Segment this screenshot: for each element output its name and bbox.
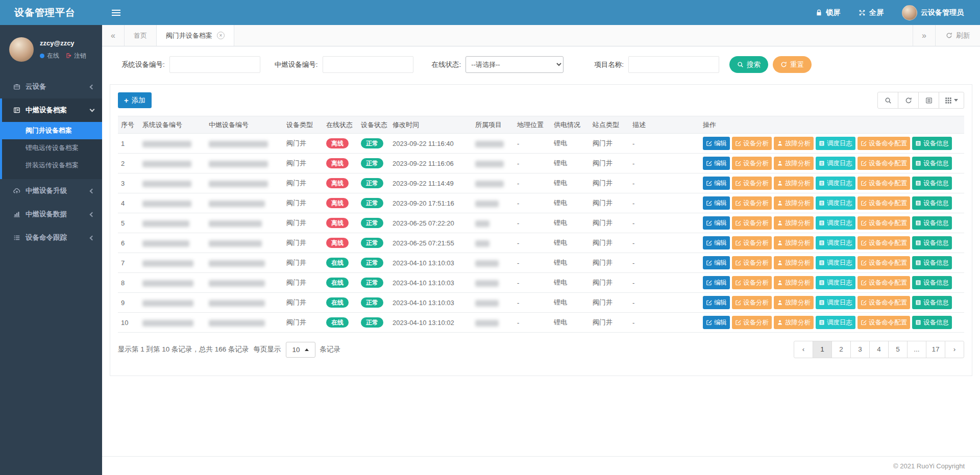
- action-3-button[interactable]: 调度日志: [816, 256, 855, 269]
- pager-page-3[interactable]: 3: [850, 341, 870, 358]
- sidebar-subitem-0[interactable]: 阀门井设备档案: [2, 122, 102, 139]
- table-search-button[interactable]: [877, 92, 898, 109]
- action-5-button[interactable]: 设备信息: [912, 216, 952, 230]
- action-4-button[interactable]: 设备命令配置: [857, 137, 910, 150]
- action-1-button[interactable]: 设备分析: [732, 236, 772, 249]
- online-status-select[interactable]: --请选择--: [465, 56, 564, 73]
- fullscreen-button[interactable]: 全屏: [859, 8, 884, 17]
- sidebar-item-3[interactable]: 中燃设备数据: [2, 203, 102, 226]
- action-1-button[interactable]: 设备分析: [732, 137, 772, 150]
- action-2-button[interactable]: 故障分析: [774, 137, 814, 150]
- search-button[interactable]: 搜索: [729, 56, 768, 73]
- action-0-button[interactable]: 编辑: [703, 236, 730, 249]
- pager-page-5[interactable]: 5: [888, 341, 908, 358]
- pager-page-...[interactable]: ...: [907, 341, 926, 358]
- refresh-tab-button[interactable]: 刷新: [935, 25, 980, 46]
- action-2-button[interactable]: 故障分析: [774, 296, 814, 309]
- table-refresh-button[interactable]: [898, 92, 919, 109]
- action-0-button[interactable]: 编辑: [703, 196, 730, 210]
- logout-button[interactable]: 注销: [66, 52, 86, 60]
- action-4-button[interactable]: 设备命令配置: [857, 236, 910, 249]
- action-3-button[interactable]: 调度日志: [816, 276, 855, 289]
- action-5-button[interactable]: 设备信息: [912, 316, 952, 329]
- pager-page-2[interactable]: 2: [831, 341, 851, 358]
- action-4-button[interactable]: 设备命令配置: [857, 216, 910, 230]
- action-1-button[interactable]: 设备分析: [732, 256, 772, 269]
- action-1-button[interactable]: 设备分析: [732, 316, 772, 329]
- pager-prev[interactable]: ‹: [794, 341, 813, 358]
- action-2-button[interactable]: 故障分析: [774, 276, 814, 289]
- action-2-button[interactable]: 故障分析: [774, 216, 814, 230]
- action-0-button[interactable]: 编辑: [703, 256, 730, 269]
- action-1-button[interactable]: 设备分析: [732, 196, 772, 210]
- system-device-no-input[interactable]: [169, 56, 260, 73]
- action-2-button[interactable]: 故障分析: [774, 236, 814, 249]
- action-4-button[interactable]: 设备命令配置: [857, 177, 910, 190]
- action-3-button[interactable]: 调度日志: [816, 177, 855, 190]
- action-5-button[interactable]: 设备信息: [912, 256, 952, 269]
- reset-button[interactable]: 重置: [773, 56, 812, 73]
- lock-screen-button[interactable]: 锁屏: [816, 8, 840, 17]
- action-5-button[interactable]: 设备信息: [912, 236, 952, 249]
- action-3-button[interactable]: 调度日志: [816, 216, 855, 230]
- action-3-button[interactable]: 调度日志: [816, 236, 855, 249]
- action-0-button[interactable]: 编辑: [703, 276, 730, 289]
- action-2-button[interactable]: 故障分析: [774, 316, 814, 329]
- action-4-button[interactable]: 设备命令配置: [857, 157, 910, 170]
- action-1-button[interactable]: 设备分析: [732, 157, 772, 170]
- pager-page-4[interactable]: 4: [869, 341, 889, 358]
- action-5-button[interactable]: 设备信息: [912, 177, 952, 190]
- tab-close-icon[interactable]: ×: [217, 32, 225, 39]
- action-2-button[interactable]: 故障分析: [774, 196, 814, 210]
- action-0-button[interactable]: 编辑: [703, 137, 730, 150]
- action-3-button[interactable]: 调度日志: [816, 137, 855, 150]
- action-0-button[interactable]: 编辑: [703, 296, 730, 309]
- user-menu[interactable]: 云设备管理员: [902, 5, 964, 20]
- action-4-button[interactable]: 设备命令配置: [857, 256, 910, 269]
- zhongran-device-no-input[interactable]: [323, 56, 413, 73]
- action-2-button[interactable]: 故障分析: [774, 177, 814, 190]
- action-5-button[interactable]: 设备信息: [912, 137, 952, 150]
- action-0-button[interactable]: 编辑: [703, 157, 730, 170]
- action-1-button[interactable]: 设备分析: [732, 177, 772, 190]
- action-1-button[interactable]: 设备分析: [732, 276, 772, 289]
- action-2-button[interactable]: 故障分析: [774, 157, 814, 170]
- action-4-button[interactable]: 设备命令配置: [857, 316, 910, 329]
- sidebar-subitem-2[interactable]: 拼装远传设备档案: [2, 157, 102, 174]
- action-1-button[interactable]: 设备分析: [732, 216, 772, 230]
- sidebar-subitem-1[interactable]: 锂电远传设备档案: [2, 139, 102, 157]
- action-3-button[interactable]: 调度日志: [816, 296, 855, 309]
- table-columns-button[interactable]: [939, 92, 964, 109]
- action-0-button[interactable]: 编辑: [703, 216, 730, 230]
- sidebar-item-0[interactable]: 云设备: [2, 75, 102, 98]
- action-0-button[interactable]: 编辑: [703, 177, 730, 190]
- hamburger-icon[interactable]: [102, 0, 130, 25]
- tabs-scroll-right-button[interactable]: »: [913, 25, 935, 46]
- action-5-button[interactable]: 设备信息: [912, 296, 952, 309]
- action-5-button[interactable]: 设备信息: [912, 196, 952, 210]
- add-button[interactable]: + 添加: [118, 92, 152, 108]
- table-detail-view-button[interactable]: [918, 92, 939, 109]
- action-4-button[interactable]: 设备命令配置: [857, 196, 910, 210]
- pager-page-1[interactable]: 1: [813, 341, 832, 358]
- action-3-button[interactable]: 调度日志: [816, 196, 855, 210]
- tabs-scroll-left-button[interactable]: «: [102, 25, 125, 46]
- action-0-button[interactable]: 编辑: [703, 316, 730, 329]
- action-3-button[interactable]: 调度日志: [816, 316, 855, 329]
- page-size-dropdown[interactable]: 10: [286, 342, 315, 358]
- pager-page-17[interactable]: 17: [926, 341, 945, 358]
- sidebar-item-2[interactable]: 中燃设备升级: [2, 179, 102, 203]
- action-2-button[interactable]: 故障分析: [774, 256, 814, 269]
- action-4-button[interactable]: 设备命令配置: [857, 276, 910, 289]
- action-5-button[interactable]: 设备信息: [912, 157, 952, 170]
- action-4-button[interactable]: 设备命令配置: [857, 296, 910, 309]
- action-3-button[interactable]: 调度日志: [816, 157, 855, 170]
- action-5-button[interactable]: 设备信息: [912, 276, 952, 289]
- tab-0[interactable]: 首页: [125, 25, 157, 46]
- tab-1[interactable]: 阀门井设备档案×: [157, 25, 234, 46]
- pager-next[interactable]: ›: [945, 341, 964, 358]
- sidebar-item-4[interactable]: 设备命令跟踪: [2, 226, 102, 249]
- sidebar-item-1[interactable]: 中燃设备档案: [2, 98, 102, 122]
- action-1-button[interactable]: 设备分析: [732, 296, 772, 309]
- project-name-input[interactable]: [628, 56, 719, 73]
